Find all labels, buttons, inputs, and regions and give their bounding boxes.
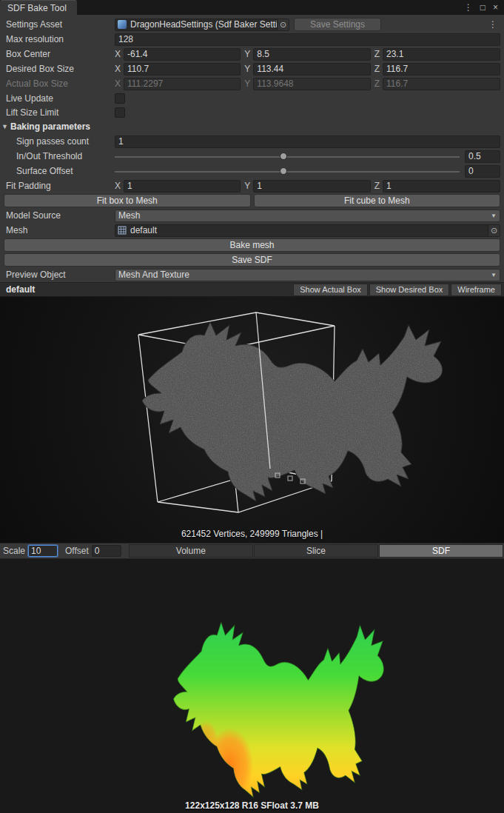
x-axis-label: X bbox=[115, 181, 121, 191]
preview-object-name: default bbox=[6, 284, 35, 295]
box-center-row: Box Center X-61.4 Y8.5 Z23.1 bbox=[0, 47, 504, 61]
preview-object-label: Preview Object bbox=[6, 270, 115, 280]
tab-sdf[interactable]: SDF bbox=[379, 544, 503, 558]
baking-parameters-foldout[interactable]: ▼ Baking parameters bbox=[0, 119, 504, 134]
window-menu-icon[interactable]: ⋮ bbox=[464, 0, 473, 15]
in-out-threshold-slider[interactable] bbox=[115, 150, 460, 162]
preview-toolbar: default Show Actual Box Show Desired Box… bbox=[0, 282, 504, 297]
surface-offset-row: Surface Offset 0 bbox=[0, 164, 504, 178]
show-actual-box-button[interactable]: Show Actual Box bbox=[293, 284, 368, 296]
fit-cube-to-mesh-button[interactable]: Fit cube to Mesh bbox=[254, 194, 501, 207]
box-center-label: Box Center bbox=[6, 49, 115, 59]
box-center-z-input[interactable]: 23.1 bbox=[383, 48, 500, 61]
sdf-control-bar: Scale 10 Offset 0 Volume Slice SDF bbox=[0, 543, 504, 559]
mesh-value: default bbox=[127, 225, 488, 236]
slider-thumb[interactable] bbox=[280, 167, 287, 175]
chevron-down-icon: ▼ bbox=[491, 213, 497, 219]
tab-sdf-bake-tool[interactable]: SDF Bake Tool bbox=[0, 0, 77, 15]
tab-volume[interactable]: Volume bbox=[129, 544, 253, 558]
object-picker-icon[interactable]: ⊙ bbox=[488, 225, 500, 236]
in-out-threshold-label: In/Out Threshold bbox=[6, 151, 115, 161]
scale-input[interactable]: 10 bbox=[28, 545, 58, 557]
actual-box-size-label: Actual Box Size bbox=[6, 78, 115, 89]
desired-box-size-y-input[interactable]: 113.44 bbox=[253, 63, 370, 76]
in-out-threshold-row: In/Out Threshold 0.5 bbox=[0, 149, 504, 164]
z-axis-label: Z bbox=[374, 181, 380, 191]
fit-padding-z-input[interactable]: 1 bbox=[383, 180, 500, 193]
tab-slice[interactable]: Slice bbox=[254, 544, 378, 558]
sdf-preview-render bbox=[0, 559, 504, 813]
y-axis-label: Y bbox=[244, 78, 250, 89]
max-resolution-input[interactable]: 128 bbox=[115, 33, 500, 46]
model-source-label: Model Source bbox=[6, 210, 115, 221]
sdf-dragon bbox=[173, 622, 383, 803]
z-axis-label: Z bbox=[374, 49, 380, 59]
slider-track bbox=[115, 171, 460, 173]
preview-object-value: Mesh And Texture bbox=[118, 270, 491, 281]
y-axis-label: Y bbox=[244, 64, 250, 74]
sdf-info-text: 122x125x128 R16 SFloat 3.7 MB bbox=[0, 800, 504, 811]
mesh-object-field[interactable]: default ⊙ bbox=[115, 224, 500, 237]
x-axis-label: X bbox=[115, 49, 121, 59]
slider-thumb[interactable] bbox=[280, 153, 287, 160]
model-source-dropdown[interactable]: Mesh ▼ bbox=[115, 210, 500, 222]
settings-asset-value: DragonHeadSettings (Sdf Baker Settir bbox=[127, 19, 277, 30]
desired-box-size-z-input[interactable]: 116.7 bbox=[383, 63, 500, 76]
settings-kebab-icon[interactable]: ⋮ bbox=[485, 19, 500, 30]
show-desired-box-button[interactable]: Show Desired Box bbox=[369, 284, 450, 296]
y-axis-label: Y bbox=[244, 49, 250, 59]
model-source-row: Model Source Mesh ▼ bbox=[0, 208, 504, 223]
fit-padding-x-input[interactable]: 1 bbox=[124, 180, 241, 193]
maximize-icon[interactable]: □ bbox=[480, 0, 485, 15]
lift-size-limit-checkbox[interactable] bbox=[115, 107, 125, 118]
save-sdf-button[interactable]: Save SDF bbox=[4, 253, 500, 267]
settings-asset-label: Settings Asset bbox=[6, 19, 115, 30]
x-axis-label: X bbox=[115, 64, 121, 74]
scale-label: Scale bbox=[3, 546, 25, 556]
mesh-label: Mesh bbox=[6, 225, 115, 235]
offset-input[interactable]: 0 bbox=[92, 545, 121, 557]
dragon-mesh bbox=[133, 315, 451, 512]
lift-size-limit-label: Lift Size Limit bbox=[6, 107, 115, 118]
settings-asset-icon bbox=[118, 20, 127, 29]
box-center-x-input[interactable]: -61.4 bbox=[124, 48, 241, 61]
preview-object-row: Preview Object Mesh And Texture ▼ bbox=[0, 267, 504, 282]
inspector-panel: Settings Asset DragonHeadSettings (Sdf B… bbox=[0, 15, 504, 282]
mesh-icon bbox=[118, 226, 127, 235]
sdf-preview-viewport[interactable]: 122x125x128 R16 SFloat 3.7 MB bbox=[0, 559, 504, 813]
live-update-checkbox[interactable] bbox=[115, 93, 125, 104]
y-axis-label: Y bbox=[244, 181, 250, 191]
bake-mesh-button[interactable]: Bake mesh bbox=[4, 238, 500, 252]
mesh-stats-text: 621452 Vertices, 249999 Triangles | bbox=[0, 529, 504, 539]
wireframe-button[interactable]: Wireframe bbox=[451, 284, 502, 296]
actual-box-size-x-value: 111.2297 bbox=[124, 78, 241, 90]
object-picker-icon[interactable]: ⊙ bbox=[277, 19, 289, 30]
slider-track bbox=[115, 156, 460, 158]
foldout-arrow-icon[interactable]: ▼ bbox=[1, 123, 10, 130]
baking-parameters-label: Baking parameters bbox=[10, 121, 119, 132]
in-out-threshold-input[interactable]: 0.5 bbox=[465, 150, 500, 163]
desired-box-size-label: Desired Box Size bbox=[6, 64, 115, 74]
surface-offset-input[interactable]: 0 bbox=[465, 165, 500, 178]
save-settings-button[interactable]: Save Settings bbox=[294, 18, 381, 31]
preview-object-dropdown[interactable]: Mesh And Texture ▼ bbox=[115, 269, 500, 281]
chevron-down-icon: ▼ bbox=[491, 272, 497, 278]
bake-mesh-row: Bake mesh bbox=[0, 238, 504, 252]
surface-offset-slider[interactable] bbox=[115, 165, 460, 177]
box-center-y-input[interactable]: 8.5 bbox=[253, 48, 370, 61]
desired-box-size-x-input[interactable]: 110.7 bbox=[124, 63, 241, 76]
actual-box-size-row: Actual Box Size X111.2297 Y113.9648 Z116… bbox=[0, 76, 504, 91]
fit-box-to-mesh-button[interactable]: Fit box to Mesh bbox=[4, 194, 251, 207]
mesh-preview-viewport[interactable]: 621452 Vertices, 249999 Triangles | bbox=[0, 297, 504, 543]
mesh-row: Mesh default ⊙ bbox=[0, 223, 504, 238]
fit-buttons-row: Fit box to Mesh Fit cube to Mesh bbox=[0, 193, 504, 208]
sdf-view-tabs: Volume Slice SDF bbox=[129, 544, 504, 558]
settings-asset-field[interactable]: DragonHeadSettings (Sdf Baker Settir ⊙ bbox=[115, 19, 289, 31]
close-icon[interactable]: × bbox=[493, 0, 498, 15]
sign-passes-count-input[interactable]: 1 bbox=[115, 136, 500, 148]
fit-padding-y-input[interactable]: 1 bbox=[253, 180, 370, 193]
save-sdf-row: Save SDF bbox=[0, 252, 504, 267]
fit-padding-label: Fit Padding bbox=[6, 181, 115, 191]
actual-box-size-z-value: 116.7 bbox=[383, 78, 500, 90]
surface-offset-label: Surface Offset bbox=[6, 166, 115, 176]
